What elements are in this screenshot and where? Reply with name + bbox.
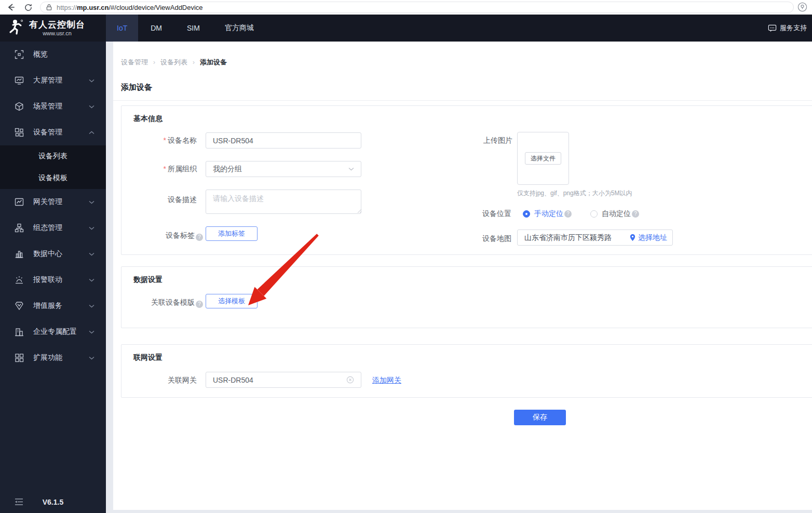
sidebar-item-label: 场景管理 xyxy=(33,102,62,111)
sidebar-item-vas[interactable]: 增值服务 xyxy=(0,293,106,319)
save-button[interactable]: 保存 xyxy=(514,410,566,425)
sidebar-item-scene[interactable]: 场景管理 xyxy=(0,93,106,119)
organization-value: 我的分组 xyxy=(213,165,242,174)
gateway-value: USR-DR504 xyxy=(213,376,253,384)
sidebar-item-overview[interactable]: 概览 xyxy=(0,42,106,68)
nav-tabs: IoT DM SIM 官方商城 xyxy=(106,15,266,42)
help-icon[interactable]: ? xyxy=(564,210,572,218)
sidebar-item-device[interactable]: 设备管理 xyxy=(0,119,106,145)
choose-file-button[interactable]: 选择文件 xyxy=(525,152,561,165)
breadcrumb-device-list[interactable]: 设备列表 xyxy=(160,58,187,67)
device-template-label: 关联设备模版? xyxy=(121,297,203,308)
choose-address-label: 选择地址 xyxy=(638,233,667,242)
big-screen-icon xyxy=(15,76,24,85)
device-map-label: 设备地图 xyxy=(482,234,511,244)
browser-chrome: https://mp.usr.cn/#/cloud/device/ViewAdd… xyxy=(0,0,812,15)
sidebar-item-gateway[interactable]: 网关管理 xyxy=(0,189,106,215)
chevron-down-icon xyxy=(89,304,94,308)
device-map-input[interactable]: 山东省济南市历下区颍秀路 选择地址 xyxy=(517,230,673,246)
choose-address-link[interactable]: 选择地址 xyxy=(629,233,667,242)
overview-icon xyxy=(15,50,24,59)
sidebar-item-bigscreen[interactable]: 大屏管理 xyxy=(0,68,106,93)
service-support[interactable]: 服务支持 xyxy=(768,15,812,42)
sidebar-item-label: 企业专属配置 xyxy=(33,327,77,336)
sidebar-item-label: 大屏管理 xyxy=(33,76,62,85)
help-icon[interactable]: ? xyxy=(196,301,203,308)
logo-subtitle: www.usr.cn xyxy=(29,30,85,37)
device-location-label: 设备位置 xyxy=(482,209,511,219)
device-map-value: 山东省济南市历下区颍秀路 xyxy=(524,233,629,242)
main-content: 设备管理 › 设备列表 › 添加设备 添加设备 基本信息 *设备名称 *所属组织… xyxy=(106,42,812,513)
sidebar-subitem-device-template[interactable]: 设备模板 xyxy=(0,167,106,189)
section-title-network: 联网设置 xyxy=(133,353,163,362)
page-title: 添加设备 xyxy=(121,83,152,92)
gateway-label: 关联网关 xyxy=(121,375,197,385)
breadcrumb: 设备管理 › 设备列表 › 添加设备 xyxy=(121,58,227,67)
url-text[interactable]: https://mp.usr.cn/#/cloud/device/ViewAdd… xyxy=(57,4,203,11)
manual-location-label[interactable]: 手动定位 xyxy=(534,209,563,219)
alarm-icon xyxy=(15,275,24,285)
location-permission-icon[interactable] xyxy=(797,2,808,15)
help-icon[interactable]: ? xyxy=(632,210,639,218)
chat-bubble-icon xyxy=(768,24,777,33)
sidebar-item-label: 概览 xyxy=(33,50,48,59)
breadcrumb-add-device: 添加设备 xyxy=(200,58,227,67)
sidebar-subitem-device-list[interactable]: 设备列表 xyxy=(0,145,106,167)
auto-location-label[interactable]: 自动定位 xyxy=(602,209,631,219)
required-asterisk: * xyxy=(164,136,166,144)
extensions-icon xyxy=(15,353,24,362)
gateway-input[interactable]: USR-DR504 xyxy=(206,372,361,388)
breadcrumb-device-management[interactable]: 设备管理 xyxy=(121,58,148,67)
manual-location-radio[interactable] xyxy=(523,210,530,218)
sidebar-item-label: 设备管理 xyxy=(33,128,62,137)
device-description-textarea[interactable] xyxy=(206,190,361,214)
logo-title: 有人云控制台 xyxy=(29,20,85,30)
sidebar-item-label: 数据中心 xyxy=(33,249,62,259)
value-added-service-icon xyxy=(15,301,24,310)
chevron-down-icon xyxy=(89,79,94,83)
logo[interactable]: 有人云控制台 www.usr.cn xyxy=(0,15,106,42)
sidebar-item-label: 增值服务 xyxy=(33,301,62,310)
add-gateway-link[interactable]: 添加网关 xyxy=(372,376,401,385)
data-settings-panel: 数据设置 关联设备模版? 选择模板 xyxy=(121,266,812,328)
tab-sim[interactable]: SIM xyxy=(174,15,212,42)
tab-mall[interactable]: 官方商城 xyxy=(212,15,266,42)
address-bar[interactable]: https://mp.usr.cn/#/cloud/device/ViewAdd… xyxy=(40,2,794,13)
breadcrumb-separator: › xyxy=(153,59,155,66)
sidebar-item-alarm[interactable]: 报警联动 xyxy=(0,267,106,293)
breadcrumb-separator: › xyxy=(193,59,195,66)
help-icon[interactable]: ? xyxy=(196,234,203,241)
sidebar-item-label: 扩展功能 xyxy=(33,353,62,362)
organization-select[interactable]: 我的分组 xyxy=(206,161,361,177)
add-tag-button[interactable]: 添加标签 xyxy=(206,226,258,241)
device-name-input[interactable] xyxy=(206,132,361,148)
upload-dropzone[interactable]: 选择文件 xyxy=(517,132,569,185)
section-title-data: 数据设置 xyxy=(133,275,163,285)
sidebar-item-label: 网关管理 xyxy=(33,197,62,207)
version-label: V6.1.5 xyxy=(0,498,106,506)
sidebar-item-configuration[interactable]: 组态管理 xyxy=(0,215,106,241)
chevron-down-icon xyxy=(89,252,94,256)
device-location-row: 设备位置 手动定位 ? 自动定位 ? xyxy=(482,209,639,219)
clear-icon[interactable] xyxy=(346,376,354,384)
basic-info-panel: 基本信息 *设备名称 *所属组织 我的分组 设备描述 设备标签? 添加标签 上传… xyxy=(121,105,812,255)
upload-hint: 仅支持jpg、gif、png格式；大小为5M以内 xyxy=(517,189,632,198)
device-tag-label: 设备标签? xyxy=(121,230,203,241)
auto-location-radio[interactable] xyxy=(590,210,598,218)
organization-label: *所属组织 xyxy=(121,164,197,174)
configuration-icon xyxy=(15,223,24,233)
map-pin-icon xyxy=(629,234,636,241)
sidebar-item-label: 组态管理 xyxy=(33,223,62,233)
top-nav: 有人云控制台 www.usr.cn IoT DM SIM 官方商城 服务支持 xyxy=(0,15,812,42)
tab-iot[interactable]: IoT xyxy=(106,15,138,42)
data-center-icon xyxy=(15,249,24,259)
tab-dm[interactable]: DM xyxy=(138,15,174,42)
title-divider xyxy=(113,100,812,101)
sidebar-item-enterprise[interactable]: 企业专属配置 xyxy=(0,319,106,345)
back-icon[interactable] xyxy=(6,3,16,12)
sidebar-item-extensions[interactable]: 扩展功能 xyxy=(0,345,106,371)
reload-icon[interactable] xyxy=(24,3,33,12)
sidebar-item-datacenter[interactable]: 数据中心 xyxy=(0,241,106,267)
choose-template-button[interactable]: 选择模板 xyxy=(206,294,258,308)
chevron-down-icon xyxy=(89,200,94,204)
